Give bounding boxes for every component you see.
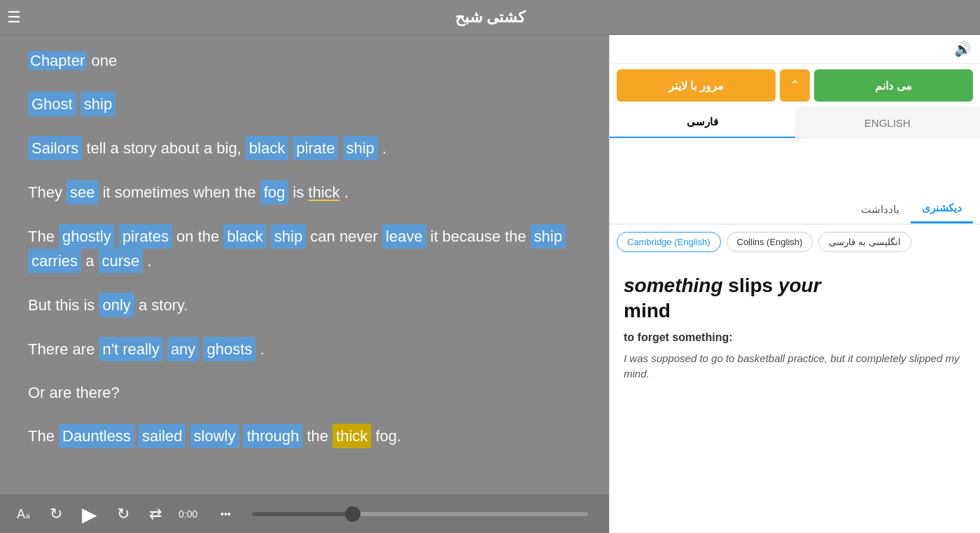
source-chip-collins[interactable]: Collins (English) [727, 232, 813, 252]
source-chip-farsi[interactable]: انگلیسی به فارسی [818, 232, 911, 252]
menu-icon[interactable]: ☰ [7, 8, 21, 27]
repeat-button[interactable]: ⇄ [146, 502, 164, 526]
dict-phrase-slips: slips [728, 275, 778, 296]
ship-word: ship [80, 92, 115, 116]
language-tabs: فارسی ENGLISH [610, 107, 980, 139]
volume-icon[interactable]: 🔊 [954, 41, 972, 57]
source-chip-cambridge[interactable]: Cambridge (English) [617, 232, 721, 252]
i-know-button[interactable]: می دانم [814, 69, 973, 102]
dauntless-line: The Dauntless sailed slowly through the … [28, 424, 581, 448]
expand-button[interactable]: ⌃ [780, 69, 810, 102]
see-word: see [66, 180, 98, 205]
dictionary-content: something slips your mind to forget some… [610, 259, 980, 533]
tab-note[interactable]: یادداشت [850, 195, 911, 223]
slowly-word: slowly [190, 424, 239, 448]
ghosts-word: ghosts [203, 337, 255, 361]
tab-persian[interactable]: فارسی [610, 107, 795, 138]
nt-really-word: n't really [99, 337, 163, 361]
text-size-button[interactable]: Aₐ [14, 504, 33, 525]
rewind-button[interactable]: ↻ [47, 502, 65, 526]
dict-phrase-something: something [624, 275, 723, 296]
left-section: Chapter one Ghost ship Sailors tell a st… [0, 35, 609, 533]
ghostly-word: ghostly [59, 224, 115, 249]
pirate-word: pirate [293, 136, 338, 160]
sailed-word: sailed [139, 424, 186, 448]
middle-space [610, 139, 980, 195]
section-tabs: یادداشت دیکشنری [610, 195, 980, 225]
they-see-line: They see it sometimes when the fog is th… [28, 180, 581, 205]
pirates-word: pirates [119, 224, 172, 249]
dauntless-word: Dauntless [59, 424, 134, 448]
leave-word: leave [382, 224, 426, 249]
arent-line: There are n't really any ghosts . [28, 337, 581, 361]
ghost-word: Ghost [28, 92, 76, 116]
reading-panel: Chapter one Ghost ship Sailors tell a st… [0, 35, 609, 494]
source-chips-row: انگلیسی به فارسی Collins (English) Cambr… [610, 225, 980, 259]
action-buttons-row: مرور با لایتر ⌃ می دانم [610, 64, 980, 107]
dict-definition: to forget something: [624, 331, 966, 344]
dict-phrase-mind: mind [624, 300, 671, 321]
ghost-ship-line: Ghost ship [28, 92, 581, 116]
only-word: only [99, 293, 134, 317]
carries-word: carries [28, 249, 81, 273]
chapter-rest: one [91, 52, 117, 69]
any-word: any [167, 337, 199, 361]
progress-fill [252, 512, 353, 516]
sailors-line: Sailors tell a story about a big, black … [28, 136, 581, 160]
tab-dictionary[interactable]: دیکشنری [911, 195, 973, 223]
main-container: Chapter one Ghost ship Sailors tell a st… [0, 35, 980, 533]
or-are-line: Or are there? [28, 381, 581, 404]
thick-word-1: thick [308, 184, 340, 201]
black-word-1: black [246, 136, 288, 160]
curse-word: curse [99, 249, 144, 273]
sailors-word: Sailors [28, 136, 82, 160]
app-header: ☰ کشتی شبح [0, 0, 980, 35]
tab-english[interactable]: ENGLISH [795, 107, 981, 138]
right-header: 🔊 [610, 35, 980, 64]
chapter-line: Chapter one [28, 49, 581, 72]
ship-word-2: ship [343, 136, 378, 160]
fog-word: fog [260, 180, 289, 205]
book-title: کشتی شبح [455, 8, 525, 27]
dots-display: ••• [220, 508, 231, 520]
ship-word-4: ship [531, 224, 566, 249]
bottom-bar: Aₐ ↻ ▶ ↻ ⇄ 0:00 ••• [0, 494, 609, 533]
dict-example: I was supposed to go to basketball pract… [624, 351, 966, 382]
but-this-line: But this is only a story. [28, 293, 581, 317]
progress-bar[interactable] [252, 512, 588, 516]
forward-button[interactable]: ↻ [114, 502, 132, 526]
black-word-2: black [223, 224, 266, 249]
review-lighter-button[interactable]: مرور با لایتر [617, 69, 776, 102]
dict-phrase-your: your [778, 275, 821, 296]
time-display: 0:00 [178, 508, 206, 520]
right-panel: 🔊 مرور با لایتر ⌃ می دانم فارسی ENGLISH … [609, 35, 980, 533]
ship-word-3: ship [271, 224, 306, 249]
thick-word-2: thick [332, 424, 371, 448]
chapter-word: Chapter [28, 51, 87, 70]
through-word: through [244, 424, 303, 448]
progress-dot [345, 506, 360, 522]
dict-phrase: something slips your mind [624, 273, 966, 324]
ghostly-line: The ghostly pirates on the black ship ca… [28, 224, 581, 273]
play-button[interactable]: ▶ [79, 500, 100, 529]
